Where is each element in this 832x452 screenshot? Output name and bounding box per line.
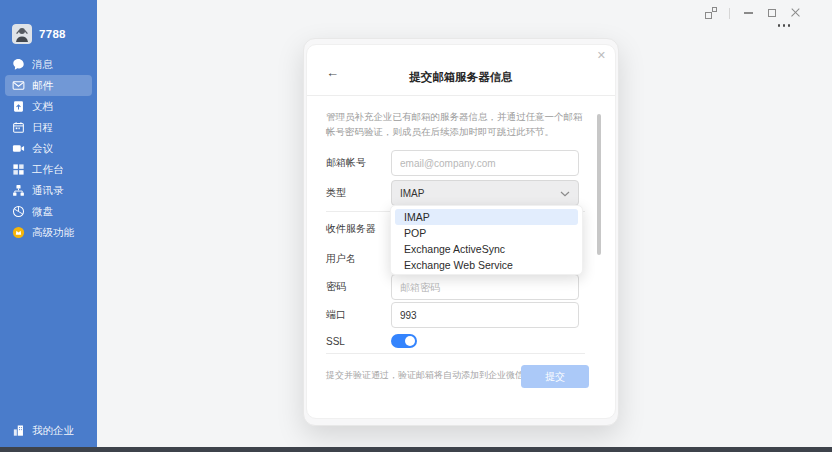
sidebar-item-my-enterprise[interactable]: 我的企业 [5, 420, 92, 441]
sidebar-item-docs[interactable]: 文档 [5, 96, 92, 117]
sidebar-item-label: 消息 [32, 58, 53, 72]
email-account-label: 邮箱帐号 [326, 156, 391, 170]
sidebar-item-label: 文档 [32, 100, 53, 114]
type-option-pop[interactable]: POP [395, 225, 578, 241]
sidebar-item-premium-features[interactable]: 高级功能 [5, 222, 92, 243]
meeting-icon [12, 142, 25, 155]
sidebar-item-meeting[interactable]: 会议 [5, 138, 92, 159]
sidebar-item-messages[interactable]: 消息 [5, 54, 92, 75]
ssl-row: SSL [326, 328, 417, 354]
sidebar-item-label: 通讯录 [32, 184, 64, 198]
chevron-down-icon [560, 188, 570, 199]
taskbar-edge [0, 447, 832, 452]
sidebar-item-workspace[interactable]: 工作台 [5, 159, 92, 180]
sidebar-item-label: 日程 [32, 121, 53, 135]
port-input[interactable] [391, 302, 579, 328]
sidebar: 7788 消息 邮件 文档 日程 会议 [0, 0, 97, 447]
type-selected-value: IMAP [400, 188, 424, 199]
sidebar-item-contacts[interactable]: 通讯录 [5, 180, 92, 201]
type-option-imap[interactable]: IMAP [395, 209, 578, 225]
type-option-exchange-activesync[interactable]: Exchange ActiveSync [395, 241, 578, 257]
sidebar-item-label: 我的企业 [32, 424, 74, 438]
docs-icon [12, 100, 25, 113]
building-icon [12, 424, 25, 437]
avatar[interactable] [12, 24, 32, 44]
password-input[interactable] [391, 274, 579, 300]
pin-window-icon[interactable] [705, 7, 717, 19]
submit-mail-server-dialog: ✕ ← 提交邮箱服务器信息 管理员补充企业已有邮箱的服务器信息，并通过任意一个邮… [306, 44, 616, 419]
header-divider [307, 95, 615, 96]
port-row: 端口 [326, 302, 579, 328]
contacts-org-icon [12, 184, 25, 197]
workspace-grid-icon [12, 163, 25, 176]
sidebar-nav: 消息 邮件 文档 日程 会议 工作台 [0, 54, 97, 243]
port-label: 端口 [326, 308, 391, 322]
sidebar-item-schedule[interactable]: 日程 [5, 117, 92, 138]
ssl-label: SSL [326, 336, 391, 347]
mail-icon [12, 79, 25, 92]
minimize-icon[interactable] [742, 7, 754, 19]
sidebar-item-label: 邮件 [32, 79, 53, 93]
sidebar-item-label: 工作台 [32, 163, 64, 177]
footer-divider [326, 353, 585, 354]
sidebar-item-label: 会议 [32, 142, 53, 156]
receive-server-label: 收件服务器 [326, 222, 391, 236]
ssl-toggle-knob [405, 336, 415, 346]
email-account-row: 邮箱帐号 [326, 150, 579, 176]
message-icon [12, 58, 25, 71]
sidebar-item-mail[interactable]: 邮件 [5, 75, 92, 96]
app-window: 7788 消息 邮件 文档 日程 会议 [0, 0, 832, 452]
password-row: 密码 [326, 274, 579, 300]
close-window-icon[interactable] [790, 7, 802, 19]
username-label: 用户名 [326, 252, 391, 266]
type-select[interactable]: IMAP [391, 180, 579, 206]
type-option-exchange-web-service[interactable]: Exchange Web Service [395, 257, 578, 273]
window-controls [705, 7, 802, 19]
more-options-icon[interactable] [778, 24, 791, 27]
user-profile[interactable]: 7788 [12, 24, 97, 44]
dialog-backdrop-card: ✕ ← 提交邮箱服务器信息 管理员补充企业已有邮箱的服务器信息，并通过任意一个邮… [303, 38, 619, 426]
window-controls-divider [729, 8, 730, 19]
submit-note: 提交并验证通过，验证邮箱将自动添加到企业微信 [326, 369, 518, 382]
password-label: 密码 [326, 280, 391, 294]
calendar-icon [12, 121, 25, 134]
type-row: 类型 IMAP [326, 180, 579, 206]
sidebar-item-label: 微盘 [32, 205, 53, 219]
dialog-description: 管理员补充企业已有邮箱的服务器信息，并通过任意一个邮箱帐号密码验证，则成员在后续… [326, 109, 588, 139]
type-dropdown-menu: IMAP POP Exchange ActiveSync Exchange We… [390, 205, 583, 275]
dialog-scrollbar[interactable] [597, 114, 601, 255]
wedrive-disc-icon [12, 205, 25, 218]
user-name: 7788 [39, 28, 66, 40]
sidebar-footer: 我的企业 [0, 420, 97, 441]
dialog-close-icon[interactable]: ✕ [597, 50, 606, 61]
sidebar-item-label: 高级功能 [32, 226, 74, 240]
type-label: 类型 [326, 186, 391, 200]
sidebar-item-wedrive[interactable]: 微盘 [5, 201, 92, 222]
maximize-icon[interactable] [766, 7, 778, 19]
dialog-title: 提交邮箱服务器信息 [307, 70, 615, 85]
submit-button[interactable]: 提交 [521, 365, 589, 388]
ssl-toggle[interactable] [391, 334, 417, 348]
premium-crown-icon [12, 226, 25, 239]
email-account-input[interactable] [391, 150, 579, 176]
